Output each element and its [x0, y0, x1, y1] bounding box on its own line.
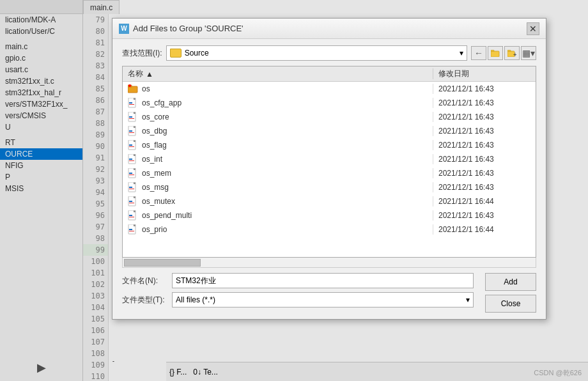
- svg-rect-26: [129, 144, 132, 146]
- svg-rect-37: [129, 175, 134, 175]
- svg-text:+: +: [513, 51, 516, 57]
- filename-input[interactable]: [172, 273, 474, 288]
- c-file-icon: [128, 182, 138, 192]
- file-list-scroll[interactable]: os 2021/12/1 16:43: [123, 82, 536, 258]
- file-row[interactable]: os_pend_multi 2021/12/1 16:43: [123, 208, 536, 222]
- filetype-dropdown[interactable]: All files (*.*) ▾: [172, 292, 474, 307]
- svg-rect-31: [129, 159, 132, 160]
- location-value: Source: [185, 49, 209, 58]
- filename-label: 文件名(N):: [122, 276, 167, 286]
- toolbar-back-button[interactable]: ←: [471, 46, 486, 60]
- svg-rect-32: [129, 160, 134, 161]
- horizontal-scrollbar[interactable]: [122, 258, 536, 268]
- file-row-name: os_flag: [123, 140, 433, 150]
- c-file-icon: [128, 98, 138, 108]
- sort-arrow-icon: ▲: [146, 70, 153, 79]
- file-row[interactable]: os_core 2021/12/1 16:43: [123, 110, 536, 124]
- svg-rect-51: [129, 215, 132, 216]
- file-row-name: os_core: [123, 112, 433, 122]
- svg-rect-11: [129, 102, 132, 104]
- svg-rect-22: [129, 132, 134, 133]
- file-row[interactable]: os 2021/12/1 16:43: [123, 82, 536, 96]
- file-row-name: os_dbg: [123, 126, 433, 136]
- toolbar-folder-button[interactable]: [488, 46, 503, 60]
- folder-icon: [170, 49, 182, 58]
- file-row[interactable]: os_cfg_app 2021/12/1 16:43: [123, 96, 536, 110]
- filetype-value: All files (*.*): [176, 295, 215, 304]
- svg-rect-56: [129, 229, 132, 230]
- svg-rect-17: [129, 118, 134, 119]
- file-row[interactable]: os_mem 2021/12/1 16:43: [123, 166, 536, 180]
- svg-rect-3: [507, 51, 511, 52]
- dialog-close-button[interactable]: ✕: [527, 22, 539, 35]
- file-list-area: 名称 ▲ 修改日期: [122, 66, 536, 268]
- dialog-titlebar: W Add Files to Group 'SOURCE' ✕: [112, 19, 546, 39]
- c-file-icon: [128, 112, 138, 122]
- file-list-wrapper: 名称 ▲ 修改日期: [122, 66, 536, 268]
- svg-rect-12: [129, 104, 134, 105]
- file-row[interactable]: os_prio 2021/12/1 16:44: [123, 222, 536, 237]
- file-list-header: 名称 ▲ 修改日期: [123, 66, 536, 82]
- filetype-row: 文件类型(T): All files (*.*) ▾: [122, 292, 474, 307]
- watermark: CSDN @乾626: [534, 368, 582, 378]
- location-dropdown[interactable]: Source ▾: [166, 45, 467, 61]
- file-row[interactable]: os_flag 2021/12/1 16:43: [123, 138, 536, 152]
- c-file-icon: [128, 140, 138, 150]
- form-area: 文件名(N): 文件类型(T): All files (*.*) ▾ A: [122, 273, 536, 313]
- svg-rect-47: [129, 203, 134, 203]
- c-file-icon: [128, 224, 138, 235]
- svg-rect-16: [129, 116, 132, 118]
- file-row-name: os_prio: [123, 224, 433, 235]
- dialog-title-icon: W: [119, 24, 129, 34]
- file-row-name: os_cfg_app: [123, 98, 433, 108]
- location-bar: 查找范围(I): Source ▾ ←: [122, 45, 536, 61]
- dialog-title: W Add Files to Group 'SOURCE': [119, 24, 244, 34]
- dialog-title-text: Add Files to Group 'SOURCE': [133, 24, 244, 33]
- file-row-name: os_msg: [123, 182, 433, 192]
- file-row-name: os_int: [123, 154, 433, 164]
- toolbar-buttons: ← + ▦▾: [471, 46, 536, 60]
- file-row[interactable]: os_int 2021/12/1 16:43: [123, 152, 536, 166]
- c-file-icon: [128, 210, 138, 221]
- file-row[interactable]: os_dbg 2021/12/1 16:43: [123, 124, 536, 138]
- svg-rect-52: [129, 217, 134, 217]
- svg-rect-46: [129, 201, 132, 202]
- location-label: 查找范围(I):: [122, 48, 162, 59]
- svg-rect-0: [491, 51, 499, 57]
- col-date-header[interactable]: 修改日期: [433, 68, 536, 79]
- file-row-name: os_mutex: [123, 196, 433, 206]
- form-buttons: Add Close: [485, 273, 536, 313]
- dropdown-arrow-icon: ▾: [460, 49, 463, 58]
- file-row-name: os: [123, 84, 433, 94]
- svg-rect-42: [129, 189, 134, 189]
- filetype-label: 文件类型(T):: [122, 295, 167, 306]
- svg-rect-1: [491, 51, 494, 52]
- file-list-container: 名称 ▲ 修改日期: [122, 66, 536, 258]
- c-file-icon: [128, 196, 138, 206]
- file-row[interactable]: os_mutex 2021/12/1 16:44: [123, 194, 536, 208]
- svg-rect-5: [128, 86, 137, 93]
- file-row[interactable]: os_msg 2021/12/1 16:43: [123, 180, 536, 194]
- close-button[interactable]: Close: [485, 295, 536, 313]
- dialog-overlay: W Add Files to Group 'SOURCE' ✕ 查找范围(I):…: [0, 0, 588, 381]
- col-name-header[interactable]: 名称 ▲: [123, 68, 433, 79]
- add-button[interactable]: Add: [485, 273, 536, 291]
- folder-icon: [128, 84, 138, 94]
- svg-rect-57: [129, 231, 134, 231]
- dialog-body: 查找范围(I): Source ▾ ←: [112, 39, 546, 319]
- c-file-icon: [128, 168, 138, 178]
- toolbar-view-button[interactable]: ▦▾: [521, 46, 536, 60]
- scrollbar-thumb[interactable]: [124, 259, 201, 267]
- file-row-name: os_mem: [123, 168, 433, 178]
- c-file-icon: [128, 154, 138, 164]
- dialog: W Add Files to Group 'SOURCE' ✕ 查找范围(I):…: [112, 18, 546, 320]
- svg-rect-41: [129, 187, 132, 188]
- svg-rect-27: [129, 146, 134, 147]
- filename-row: 文件名(N):: [122, 273, 474, 288]
- toolbar-new-folder-button[interactable]: +: [504, 46, 520, 60]
- svg-rect-36: [129, 173, 132, 174]
- filetype-arrow-icon: ▾: [466, 295, 470, 304]
- file-row-name: os_pend_multi: [123, 210, 433, 221]
- c-file-icon: [128, 126, 138, 136]
- svg-point-7: [128, 84, 131, 87]
